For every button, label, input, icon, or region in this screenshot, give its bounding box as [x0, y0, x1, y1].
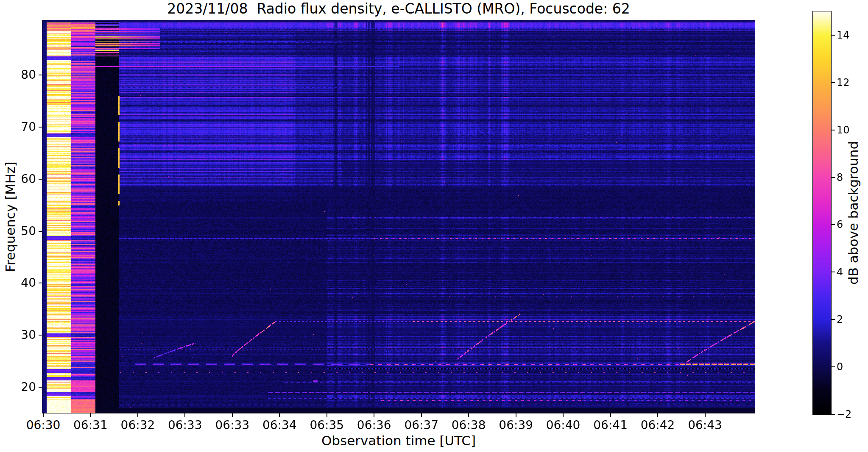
x-tick-label: 06:40	[536, 419, 591, 432]
x-tick-mark	[516, 413, 516, 417]
y-tick-label: 60	[10, 172, 36, 186]
x-tick-mark	[90, 413, 91, 417]
y-tick-label: 80	[10, 68, 36, 82]
x-tick-mark	[705, 413, 706, 417]
chart-title: 2023/11/08 Radio flux density, e-CALLIST…	[42, 1, 755, 17]
x-tick-mark	[232, 413, 233, 417]
colorbar-tick-label: 0	[837, 361, 862, 373]
colorbar-tick-mark	[832, 224, 835, 225]
colorbar-tick-mark	[832, 366, 835, 367]
colorbar-tick-mark	[832, 35, 835, 36]
x-tick-mark	[279, 413, 280, 417]
y-tick-mark	[39, 127, 42, 128]
y-tick-mark	[39, 283, 42, 283]
y-tick-label: 40	[10, 276, 36, 290]
y-tick-mark	[39, 231, 42, 232]
x-tick-label: 06:36	[346, 419, 402, 432]
figure: 2023/11/08 Radio flux density, e-CALLIST…	[0, 0, 868, 452]
colorbar-tick-mark	[832, 414, 835, 415]
colorbar-tick-mark	[832, 272, 835, 272]
x-tick-mark	[421, 413, 422, 417]
x-tick-mark	[468, 413, 469, 417]
x-tick-mark	[610, 413, 611, 417]
colorbar-tick-label: 4	[837, 266, 862, 278]
x-tick-label: 06:33	[157, 419, 212, 432]
colorbar-tick-label: −2	[837, 408, 862, 420]
y-tick-label: 50	[10, 225, 36, 238]
x-tick-mark	[43, 413, 44, 417]
colorbar-tick-mark	[832, 177, 835, 178]
x-tick-label: 06:31	[63, 419, 118, 432]
colorbar-label: dB above background	[846, 11, 861, 414]
x-tick-mark	[184, 413, 185, 417]
y-tick-mark	[39, 179, 42, 180]
x-tick-mark	[563, 413, 564, 417]
x-tick-mark	[327, 413, 327, 417]
x-axis-label: Observation time [UTC]	[42, 433, 755, 448]
colorbar-tick-label: 10	[837, 124, 862, 136]
colorbar-tick-mark	[832, 319, 835, 320]
colorbar-tick-label: 6	[837, 219, 862, 230]
y-tick-mark	[39, 387, 42, 388]
x-tick-mark	[137, 413, 138, 417]
x-tick-label: 06:43	[678, 419, 733, 432]
colorbar-tick-mark	[832, 82, 835, 83]
y-tick-mark	[39, 335, 42, 336]
colorbar-tick-label: 8	[837, 172, 862, 183]
x-tick-mark	[374, 413, 374, 417]
y-tick-label: 20	[10, 380, 36, 394]
colorbar-gradient	[813, 11, 831, 414]
x-tick-mark	[657, 413, 658, 417]
spectrogram-canvas	[42, 20, 755, 413]
y-tick-mark	[39, 75, 42, 75]
x-tick-label: 06:34	[252, 419, 307, 432]
colorbar-tick-label: 14	[837, 29, 862, 41]
colorbar-tick-label: 12	[837, 77, 862, 89]
colorbar-tick-mark	[832, 130, 835, 130]
y-tick-label: 30	[10, 328, 36, 342]
x-tick-label: 06:38	[441, 419, 496, 432]
y-tick-label: 70	[10, 120, 36, 134]
colorbar-tick-label: 2	[837, 313, 862, 325]
x-tick-label: 06:42	[630, 419, 685, 432]
